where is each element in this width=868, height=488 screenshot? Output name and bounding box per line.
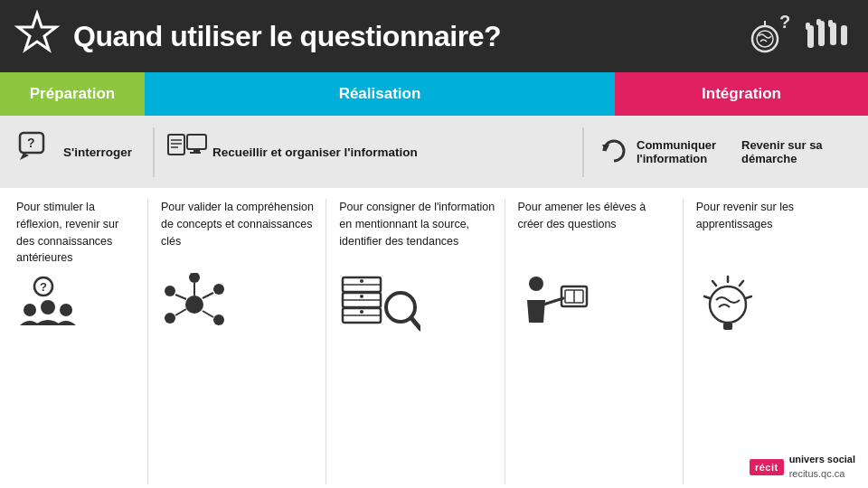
- svg-line-56: [740, 281, 743, 286]
- svg-line-57: [746, 296, 751, 298]
- content-col-3: Pour consigner de l'information en menti…: [326, 199, 504, 484]
- desc-3: Pour consigner de l'information en menti…: [339, 199, 495, 264]
- svg-text:?: ?: [779, 12, 790, 32]
- main-content: ? S'interroger: [0, 116, 868, 488]
- svg-rect-11: [841, 25, 847, 45]
- divider-1: [153, 127, 155, 177]
- svg-point-36: [189, 273, 200, 283]
- content-col-5: Pour revenir sur les apprentissages: [683, 199, 861, 484]
- svg-point-43: [360, 295, 363, 298]
- footer: récit univers social recitus.qc.ca: [750, 453, 855, 481]
- svg-point-28: [165, 286, 175, 296]
- header: Quand utiliser le questionnaire? ?: [0, 0, 868, 72]
- step-interroger: ? S'interroger: [9, 131, 149, 174]
- page-title: Quand utiliser le questionnaire?: [73, 20, 501, 53]
- svg-rect-8: [816, 19, 821, 25]
- steps-row: ? S'interroger: [0, 116, 868, 188]
- svg-rect-60: [723, 323, 732, 330]
- desc-5: Pour revenir sur les apprentissages: [696, 199, 852, 264]
- step-recueillir: Recueillir et organiser l'information: [158, 131, 579, 174]
- step-revenir-label: Revenir sur sa démarche: [741, 138, 850, 165]
- svg-point-26: [60, 304, 72, 316]
- svg-point-54: [710, 286, 746, 323]
- svg-point-49: [529, 277, 543, 291]
- content-col-1: Pour stimuler la réflexion, revenir sur …: [7, 199, 147, 484]
- step-revenir: Revenir sur sa démarche: [732, 138, 859, 165]
- phase-integration: Intégration: [615, 72, 868, 116]
- phase-bar: Préparation Réalisation Intégration: [0, 72, 868, 116]
- icon-brain: [696, 273, 852, 350]
- svg-text:?: ?: [40, 280, 47, 294]
- footer-brand: univers social recitus.qc.ca: [789, 453, 855, 481]
- svg-point-46: [360, 310, 363, 314]
- svg-point-2: [757, 31, 773, 47]
- icon-people-question: ?: [16, 276, 138, 352]
- svg-point-34: [213, 314, 224, 325]
- content-col-4: Pour amener les élèves à créer des quest…: [505, 199, 683, 484]
- svg-point-25: [41, 300, 55, 314]
- step-recueillir-label: Recueillir et organiser l'information: [212, 145, 418, 159]
- step-communiquer: Communiquer l'information: [588, 134, 732, 171]
- desc-2: Pour valider la compréhension de concept…: [161, 199, 316, 264]
- svg-rect-18: [187, 135, 206, 149]
- svg-rect-14: [168, 135, 184, 155]
- monitor-icon: [167, 131, 207, 174]
- svg-line-33: [203, 293, 213, 298]
- header-decorative-icons: ?: [743, 12, 850, 61]
- content-col-2: Pour valider la compréhension de concept…: [147, 199, 326, 484]
- step-interroger-label: S'interroger: [63, 145, 132, 159]
- svg-point-32: [213, 284, 224, 295]
- svg-line-35: [203, 311, 213, 317]
- svg-point-40: [360, 279, 363, 283]
- svg-text:?: ?: [27, 136, 35, 150]
- svg-point-1: [752, 26, 778, 52]
- svg-point-30: [165, 313, 175, 324]
- header-left: Quand utiliser le questionnaire?: [14, 10, 501, 63]
- svg-rect-6: [806, 23, 810, 30]
- svg-point-27: [185, 296, 203, 314]
- svg-line-58: [712, 281, 716, 286]
- descriptions-row: Pour stimuler la réflexion, revenir sur …: [0, 188, 868, 488]
- question-icon: ?: [18, 131, 58, 174]
- svg-line-48: [411, 318, 420, 329]
- svg-marker-0: [18, 14, 56, 50]
- step-communiquer-label: Communiquer l'information: [637, 138, 723, 165]
- icon-filing: [339, 273, 495, 350]
- svg-line-29: [175, 295, 186, 299]
- svg-line-50: [543, 298, 563, 305]
- svg-rect-10: [828, 20, 833, 27]
- desc-4: Pour amener les élèves à créer des quest…: [518, 199, 674, 264]
- phase-preparation: Préparation: [0, 72, 145, 116]
- desc-1: Pour stimuler la réflexion, revenir sur …: [16, 199, 138, 267]
- svg-line-59: [704, 296, 710, 298]
- refresh-icon: [597, 134, 631, 171]
- icon-network: [161, 273, 316, 350]
- svg-line-31: [175, 309, 186, 315]
- divider-2: [582, 127, 584, 177]
- icon-teacher: [518, 273, 674, 350]
- footer-logo: récit: [750, 459, 784, 475]
- star-icon: [14, 10, 61, 63]
- phase-realisation: Réalisation: [145, 72, 615, 116]
- svg-point-24: [24, 304, 36, 316]
